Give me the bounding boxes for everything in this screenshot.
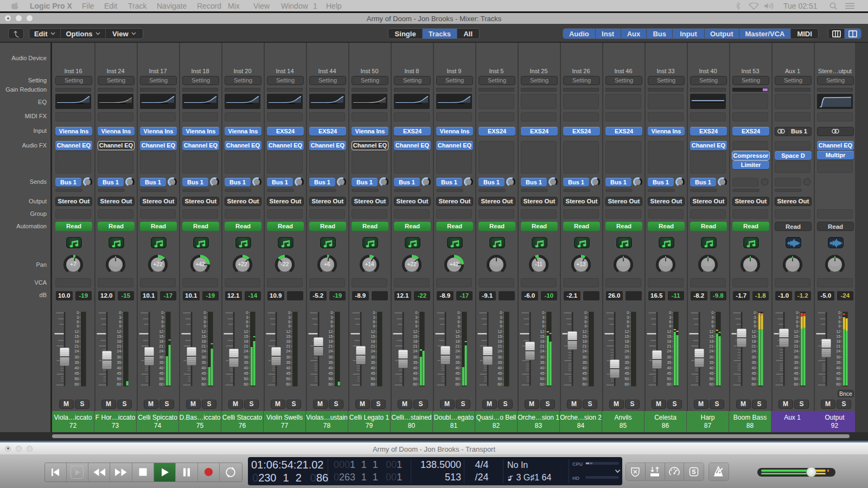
svg-text:30: 30 <box>328 355 333 359</box>
svg-text:15: 15 <box>582 334 586 339</box>
svg-text:18: 18 <box>667 339 671 344</box>
svg-text:45: 45 <box>497 371 502 376</box>
svg-text:21: 21 <box>328 344 333 349</box>
svg-text:9: 9 <box>838 324 840 329</box>
svg-text:0: 0 <box>457 311 459 315</box>
svg-text:50: 50 <box>497 376 502 381</box>
svg-text:12: 12 <box>286 329 290 334</box>
svg-text:9: 9 <box>203 324 206 329</box>
svg-text:60: 60 <box>667 382 671 387</box>
svg-text:50: 50 <box>582 376 586 381</box>
svg-text:24: 24 <box>497 349 502 354</box>
svg-text:18: 18 <box>159 339 163 344</box>
svg-text:40: 40 <box>836 365 840 370</box>
svg-text:18: 18 <box>624 339 629 344</box>
svg-text:S: S <box>692 468 695 475</box>
svg-text:40: 40 <box>709 365 713 370</box>
svg-text:40: 40 <box>413 365 417 370</box>
svg-text:15: 15 <box>201 334 206 339</box>
svg-text:40: 40 <box>751 365 756 370</box>
svg-text:12: 12 <box>582 329 586 334</box>
svg-text:9: 9 <box>246 324 248 329</box>
svg-text:60: 60 <box>328 382 333 387</box>
svg-text:35: 35 <box>159 360 163 365</box>
svg-text:50: 50 <box>413 376 417 381</box>
svg-text:9: 9 <box>584 324 586 329</box>
svg-text:0: 0 <box>711 311 713 315</box>
svg-text:30: 30 <box>497 355 502 359</box>
svg-text:9: 9 <box>711 324 713 329</box>
svg-text:18: 18 <box>709 339 713 344</box>
svg-text:24: 24 <box>117 349 121 354</box>
svg-text:24: 24 <box>624 349 629 354</box>
svg-text:35: 35 <box>794 360 798 365</box>
svg-text:0: 0 <box>288 311 290 315</box>
svg-text:60: 60 <box>836 382 840 387</box>
svg-text:21: 21 <box>455 344 459 349</box>
svg-text:40: 40 <box>328 365 333 370</box>
svg-text:18: 18 <box>540 339 544 344</box>
svg-text:30: 30 <box>624 355 629 359</box>
svg-text:50: 50 <box>751 376 756 381</box>
svg-text:12: 12 <box>413 329 417 334</box>
svg-text:18: 18 <box>286 339 290 344</box>
svg-text:45: 45 <box>667 371 671 376</box>
svg-text:45: 45 <box>286 371 290 376</box>
svg-text:60: 60 <box>455 382 459 387</box>
svg-text:18: 18 <box>74 339 79 344</box>
svg-text:21: 21 <box>117 344 121 349</box>
svg-text:12: 12 <box>794 329 798 334</box>
svg-text:12: 12 <box>836 329 840 334</box>
svg-text:12: 12 <box>371 329 375 334</box>
svg-text:45: 45 <box>413 371 417 376</box>
svg-text:40: 40 <box>201 365 206 370</box>
svg-text:15: 15 <box>794 334 798 339</box>
svg-text:35: 35 <box>201 360 206 365</box>
svg-text:50: 50 <box>709 376 713 381</box>
svg-text:40: 40 <box>455 365 459 370</box>
svg-text:12: 12 <box>244 329 248 334</box>
svg-text:9: 9 <box>500 324 502 329</box>
svg-text:50: 50 <box>371 376 375 381</box>
svg-text:21: 21 <box>709 344 713 349</box>
svg-text:0: 0 <box>161 311 163 315</box>
svg-text:60: 60 <box>371 382 375 387</box>
svg-text:45: 45 <box>117 371 121 376</box>
svg-text:21: 21 <box>582 344 586 349</box>
svg-text:15: 15 <box>286 334 290 339</box>
svg-text:12: 12 <box>74 329 79 334</box>
svg-text:15: 15 <box>328 334 333 339</box>
svg-text:21: 21 <box>201 344 206 349</box>
svg-text:60: 60 <box>709 382 713 387</box>
svg-text:18: 18 <box>328 339 333 344</box>
svg-text:21: 21 <box>371 344 375 349</box>
svg-text:0: 0 <box>627 311 629 315</box>
svg-text:12: 12 <box>159 329 163 334</box>
svg-text:35: 35 <box>497 360 502 365</box>
svg-text:60: 60 <box>582 382 586 387</box>
svg-text:35: 35 <box>74 360 79 365</box>
svg-text:50: 50 <box>455 376 459 381</box>
svg-text:30: 30 <box>286 355 290 359</box>
svg-text:45: 45 <box>794 371 798 376</box>
svg-text:30: 30 <box>582 355 586 359</box>
svg-text:24: 24 <box>159 349 163 354</box>
svg-text:21: 21 <box>74 344 79 349</box>
svg-text:12: 12 <box>624 329 629 334</box>
svg-text:50: 50 <box>540 376 544 381</box>
svg-text:35: 35 <box>286 360 290 365</box>
svg-text:40: 40 <box>74 365 79 370</box>
svg-text:45: 45 <box>244 371 248 376</box>
svg-text:15: 15 <box>117 334 121 339</box>
svg-text:18: 18 <box>497 339 502 344</box>
svg-text:60: 60 <box>244 382 248 387</box>
svg-text:50: 50 <box>159 376 163 381</box>
svg-text:45: 45 <box>159 371 163 376</box>
svg-text:60: 60 <box>794 382 798 387</box>
svg-text:21: 21 <box>794 344 798 349</box>
svg-text:60: 60 <box>413 382 417 387</box>
svg-text:24: 24 <box>836 349 840 354</box>
svg-text:40: 40 <box>794 365 798 370</box>
svg-text:35: 35 <box>667 360 671 365</box>
svg-text:45: 45 <box>371 371 375 376</box>
